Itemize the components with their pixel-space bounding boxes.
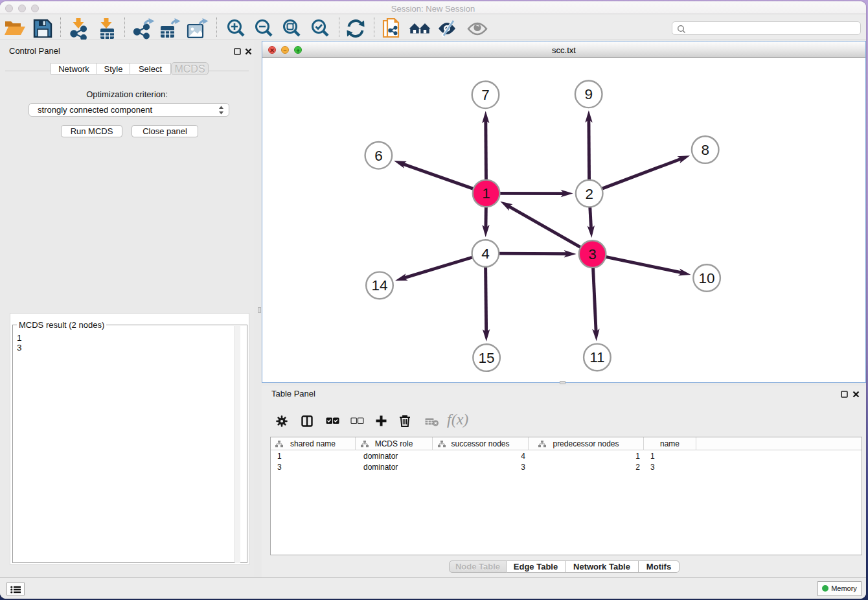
svg-text:8: 8 <box>701 142 709 158</box>
svg-text:4: 4 <box>481 246 490 262</box>
svg-text:7: 7 <box>481 87 490 103</box>
svg-text:3: 3 <box>588 246 597 262</box>
svg-text:6: 6 <box>374 148 383 164</box>
svg-text:14: 14 <box>371 277 387 294</box>
svg-text:1: 1 <box>482 185 490 202</box>
svg-text:10: 10 <box>699 270 715 286</box>
svg-text:2: 2 <box>585 186 593 202</box>
svg-text:9: 9 <box>584 86 593 102</box>
svg-text:11: 11 <box>589 349 604 365</box>
svg-text:15: 15 <box>479 350 495 366</box>
